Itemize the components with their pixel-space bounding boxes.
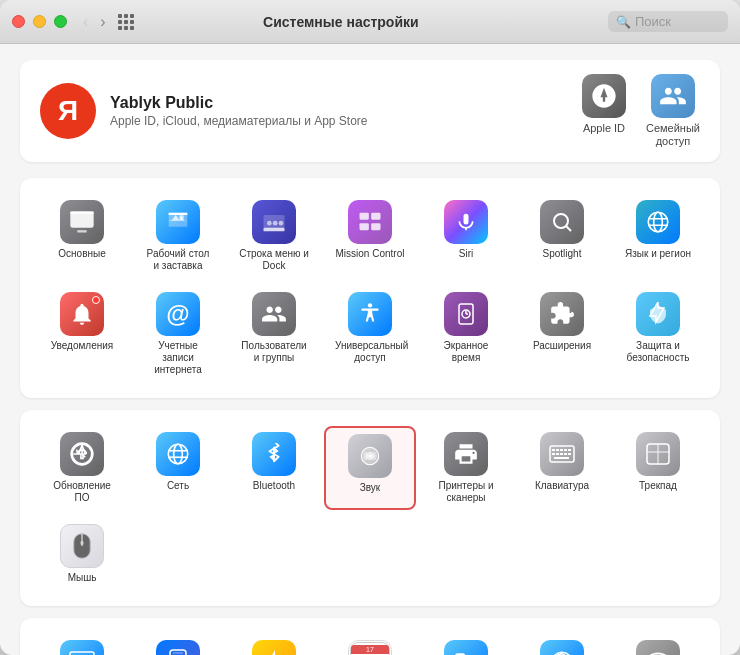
pref-printers[interactable]: Принтеры и сканеры xyxy=(420,426,512,510)
pref-softwareupdate-label: Обновление ПО xyxy=(47,480,117,504)
svg-rect-42 xyxy=(560,453,563,455)
family-label: Семейныйдоступ xyxy=(646,122,700,148)
pref-sharing[interactable]: Общий доступ xyxy=(420,634,512,655)
pref-siri-label: Siri xyxy=(459,248,473,260)
pref-startupDisk[interactable]: Загрузочный диск xyxy=(612,634,704,655)
notifications-icon xyxy=(60,292,104,336)
pref-security-label: Защита и безопасность xyxy=(623,340,693,364)
svg-point-7 xyxy=(273,221,278,226)
pref-screentime[interactable]: Экранное время xyxy=(420,286,512,382)
security-icon xyxy=(636,292,680,336)
pref-internet-label: Учетные записи интернета xyxy=(143,340,213,376)
pref-language[interactable]: Язык и регион xyxy=(612,194,704,278)
users-icon xyxy=(252,292,296,336)
search-placeholder: Поиск xyxy=(635,14,671,29)
maximize-button[interactable] xyxy=(54,15,67,28)
siri-icon xyxy=(444,200,488,244)
apple-id-icon xyxy=(582,74,626,118)
pref-mission[interactable]: Mission Control xyxy=(324,194,416,278)
pref-datetime[interactable]: 17 Дата и время xyxy=(324,634,416,655)
pref-network[interactable]: Сеть xyxy=(132,426,224,510)
pref-dock-label: Строка меню и Dock xyxy=(239,248,309,272)
traffic-lights xyxy=(12,15,67,28)
pref-siri[interactable]: Siri xyxy=(420,194,512,278)
pref-users[interactable]: Пользователи и группы xyxy=(228,286,320,382)
pref-bluetooth[interactable]: Bluetooth xyxy=(228,426,320,510)
screentime-icon xyxy=(444,292,488,336)
pref-trackpad[interactable]: Трекпад xyxy=(612,426,704,510)
pref-mouse[interactable]: Мышь xyxy=(36,518,128,590)
pref-notifications[interactable]: Уведомления xyxy=(36,286,128,382)
svg-rect-38 xyxy=(564,449,567,451)
accessibility-icon xyxy=(348,292,392,336)
pref-dock[interactable]: Строка меню и Dock xyxy=(228,194,320,278)
pref-spotlight[interactable]: Spotlight xyxy=(516,194,608,278)
svg-point-8 xyxy=(279,221,284,226)
section-display: Мониторы Sidecar Экономия энергии xyxy=(20,618,720,655)
minimize-button[interactable] xyxy=(33,15,46,28)
extensions-icon xyxy=(540,292,584,336)
svg-rect-44 xyxy=(568,453,571,455)
titlebar: ‹ › Системные настройки 🔍 Поиск xyxy=(0,0,740,44)
general-icon xyxy=(60,200,104,244)
pref-desktop[interactable]: Рабочий стол и заставка xyxy=(132,194,224,278)
keyboard-icon xyxy=(540,432,584,476)
profile-actions: Apple ID Семейныйдоступ xyxy=(582,74,700,148)
svg-rect-1 xyxy=(70,212,93,214)
svg-point-3 xyxy=(179,215,184,220)
pref-extensions[interactable]: Расширения xyxy=(516,286,608,382)
pref-general-label: Основные xyxy=(58,248,105,260)
svg-rect-5 xyxy=(264,228,285,232)
profile-section: Я Yablyk Public Apple ID, iCloud, медиам… xyxy=(20,60,720,162)
pref-keyboard[interactable]: Клавиатура xyxy=(516,426,608,510)
svg-rect-39 xyxy=(568,449,571,451)
svg-rect-54 xyxy=(170,650,186,655)
startupdisk-icon xyxy=(636,640,680,655)
pref-screentime-label: Экранное время xyxy=(431,340,501,364)
svg-point-50 xyxy=(80,541,84,545)
bluetooth-icon xyxy=(252,432,296,476)
pref-softwareupdate[interactable]: Обновление ПО xyxy=(36,426,128,510)
profile-info: Yablyk Public Apple ID, iCloud, медиамат… xyxy=(110,94,582,128)
internet-icon: @ xyxy=(156,292,200,336)
language-icon xyxy=(636,200,680,244)
search-icon: 🔍 xyxy=(616,15,631,29)
svg-point-32 xyxy=(364,452,368,461)
pref-displays[interactable]: Мониторы xyxy=(36,634,128,655)
sound-icon xyxy=(348,434,392,478)
desktop-icon xyxy=(156,200,200,244)
svg-rect-40 xyxy=(552,453,555,455)
pref-sidecar[interactable]: Sidecar xyxy=(132,634,224,655)
printers-icon xyxy=(444,432,488,476)
svg-point-25 xyxy=(168,445,188,465)
energy-icon xyxy=(252,640,296,655)
content-area: Я Yablyk Public Apple ID, iCloud, медиам… xyxy=(0,44,740,655)
svg-rect-41 xyxy=(556,453,559,455)
svg-rect-9 xyxy=(360,213,369,220)
section3-grid: Мониторы Sidecar Экономия энергии xyxy=(36,634,704,655)
sharing-icon xyxy=(444,640,488,655)
pref-energy[interactable]: Экономия энергии xyxy=(228,634,320,655)
search-box[interactable]: 🔍 Поиск xyxy=(608,11,728,32)
network-icon xyxy=(156,432,200,476)
pref-internet[interactable]: @ Учетные записи интернета xyxy=(132,286,224,382)
pref-general[interactable]: Основные xyxy=(36,194,128,278)
svg-rect-10 xyxy=(371,213,380,220)
pref-sound-label: Звук xyxy=(360,482,381,494)
pref-accessibility[interactable]: Универсальный доступ xyxy=(324,286,416,382)
svg-rect-45 xyxy=(554,457,569,459)
pref-extensions-label: Расширения xyxy=(533,340,591,352)
svg-rect-36 xyxy=(556,449,559,451)
family-action[interactable]: Семейныйдоступ xyxy=(646,74,700,148)
close-button[interactable] xyxy=(12,15,25,28)
apple-id-action[interactable]: Apple ID xyxy=(582,74,626,148)
window-title: Системные настройки xyxy=(74,14,608,30)
pref-keyboard-label: Клавиатура xyxy=(535,480,589,492)
pref-sound[interactable]: Звук xyxy=(324,426,416,510)
pref-timemachine[interactable]: Time Machine xyxy=(516,634,608,655)
svg-rect-12 xyxy=(371,224,380,231)
pref-language-label: Язык и регион xyxy=(625,248,691,260)
dock-icon xyxy=(252,200,296,244)
pref-security[interactable]: Защита и безопасность xyxy=(612,286,704,382)
svg-point-15 xyxy=(648,213,668,233)
